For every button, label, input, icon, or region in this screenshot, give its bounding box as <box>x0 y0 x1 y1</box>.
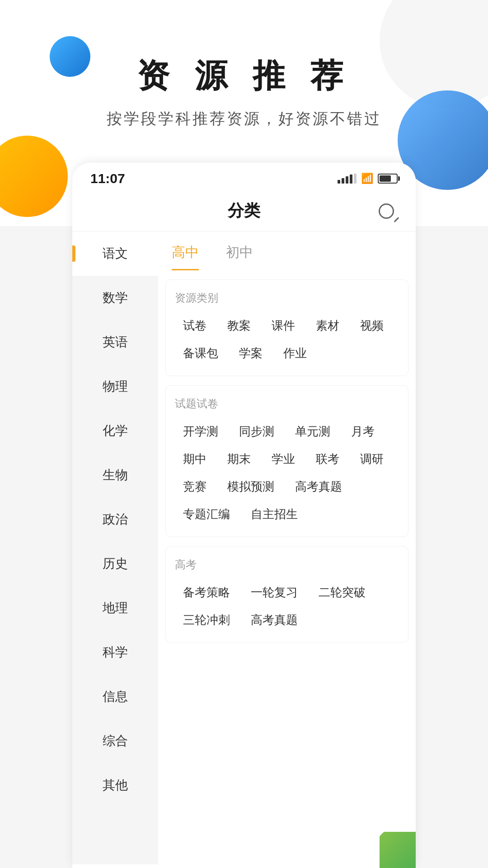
search-button[interactable] <box>375 200 398 222</box>
tag-1-10[interactable]: 模拟预测 <box>219 475 282 498</box>
page-header: 分类 <box>72 191 416 231</box>
section-title-1: 试题试卷 <box>175 396 399 411</box>
tag-1-13[interactable]: 自主招生 <box>243 503 306 526</box>
tag-1-11[interactable]: 高考真题 <box>287 475 350 498</box>
sidebar-item-地理[interactable]: 地理 <box>72 586 158 630</box>
main-content: 语文数学英语物理化学生物政治历史地理科学信息综合其他 高中初中 资源类别试卷教案… <box>72 231 416 864</box>
search-icon <box>379 203 394 219</box>
tag-0-6[interactable]: 学案 <box>231 342 271 365</box>
tag-1-5[interactable]: 期末 <box>219 448 259 471</box>
tag-2-0[interactable]: 备考策略 <box>175 581 238 604</box>
tag-1-7[interactable]: 联考 <box>308 448 347 471</box>
tag-0-4[interactable]: 视频 <box>352 314 392 337</box>
wifi-icon: 📶 <box>361 173 373 184</box>
phone-frame: 11:07 📶 分类 语文数学英语物理化学生物政治历史地理科学信息综合其他 <box>72 163 416 868</box>
status-time: 11:07 <box>90 171 125 186</box>
hero-title: 资 源 推 荐 <box>0 54 488 98</box>
bg-circle-left <box>0 136 68 217</box>
sidebar-item-语文[interactable]: 语文 <box>72 231 158 276</box>
tag-0-1[interactable]: 教案 <box>219 314 259 337</box>
tag-grid-2: 备考策略一轮复习二轮突破三轮冲刺高考真题 <box>175 581 399 632</box>
section-2: 高考备考策略一轮复习二轮突破三轮冲刺高考真题 <box>165 546 408 643</box>
level-tabs: 高中初中 <box>158 231 416 270</box>
tag-1-1[interactable]: 同步测 <box>231 420 282 443</box>
sidebar-item-数学[interactable]: 数学 <box>72 276 158 320</box>
sidebar-item-信息[interactable]: 信息 <box>72 675 158 719</box>
sidebar-item-科学[interactable]: 科学 <box>72 630 158 675</box>
tag-1-0[interactable]: 开学测 <box>175 420 226 443</box>
tag-1-6[interactable]: 学业 <box>263 448 303 471</box>
tab-初中[interactable]: 初中 <box>226 243 253 270</box>
tab-高中[interactable]: 高中 <box>172 243 199 270</box>
tag-1-3[interactable]: 月考 <box>343 420 383 443</box>
tag-2-4[interactable]: 高考真题 <box>243 609 306 632</box>
battery-icon <box>378 174 398 184</box>
tag-2-1[interactable]: 一轮复习 <box>243 581 306 604</box>
sidebar-item-物理[interactable]: 物理 <box>72 364 158 409</box>
subject-sidebar: 语文数学英语物理化学生物政治历史地理科学信息综合其他 <box>72 231 158 864</box>
leaf-decoration <box>380 832 416 868</box>
sidebar-item-化学[interactable]: 化学 <box>72 409 158 453</box>
tag-grid-1: 开学测同步测单元测月考期中期末学业联考调研竞赛模拟预测高考真题专题汇编自主招生 <box>175 420 399 526</box>
tag-0-5[interactable]: 备课包 <box>175 342 226 365</box>
sidebar-item-综合[interactable]: 综合 <box>72 719 158 763</box>
sidebar-item-英语[interactable]: 英语 <box>72 320 158 364</box>
section-0: 资源类别试卷教案课件素材视频备课包学案作业 <box>165 279 408 376</box>
hero-subtitle: 按学段学科推荐资源，好资源不错过 <box>0 108 488 129</box>
section-title-0: 资源类别 <box>175 291 399 305</box>
page-title: 分类 <box>228 200 260 222</box>
sidebar-item-历史[interactable]: 历史 <box>72 542 158 586</box>
signal-icon <box>338 174 357 184</box>
section-1: 试题试卷开学测同步测单元测月考期中期末学业联考调研竞赛模拟预测高考真题专题汇编自… <box>165 385 408 537</box>
tag-0-7[interactable]: 作业 <box>275 342 315 365</box>
tag-1-2[interactable]: 单元测 <box>287 420 338 443</box>
sidebar-item-政治[interactable]: 政治 <box>72 497 158 542</box>
tag-2-3[interactable]: 三轮冲刺 <box>175 609 238 632</box>
right-content: 高中初中 资源类别试卷教案课件素材视频备课包学案作业试题试卷开学测同步测单元测月… <box>158 231 416 864</box>
tag-grid-0: 试卷教案课件素材视频备课包学案作业 <box>175 314 399 365</box>
tag-1-12[interactable]: 专题汇编 <box>175 503 238 526</box>
status-icons: 📶 <box>338 173 398 184</box>
tag-0-3[interactable]: 素材 <box>308 314 347 337</box>
tag-1-8[interactable]: 调研 <box>352 448 392 471</box>
tag-0-2[interactable]: 课件 <box>263 314 303 337</box>
tag-1-9[interactable]: 竞赛 <box>175 475 215 498</box>
tag-0-0[interactable]: 试卷 <box>175 314 215 337</box>
status-bar: 11:07 📶 <box>72 163 416 191</box>
tag-1-4[interactable]: 期中 <box>175 448 215 471</box>
tag-2-2[interactable]: 二轮突破 <box>310 581 374 604</box>
sidebar-item-生物[interactable]: 生物 <box>72 453 158 497</box>
section-title-2: 高考 <box>175 557 399 572</box>
sidebar-item-其他[interactable]: 其他 <box>72 763 158 807</box>
